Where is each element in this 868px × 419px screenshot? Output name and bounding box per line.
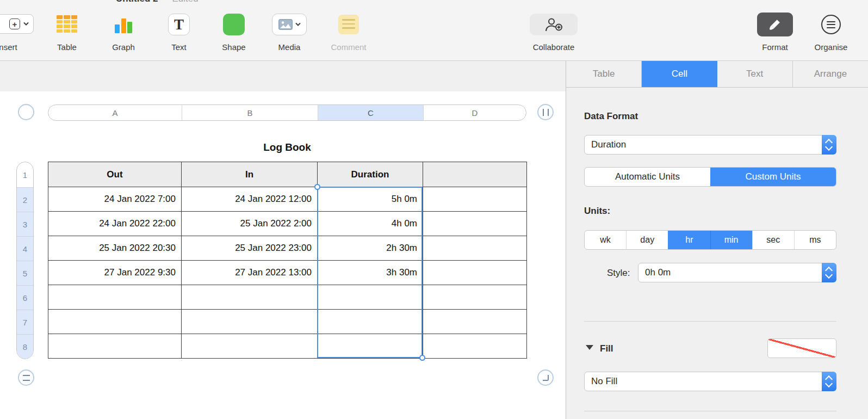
row-header-4[interactable]: 4 <box>17 236 33 261</box>
toolbar-item-shape[interactable]: Shape <box>218 0 250 61</box>
column-header-c[interactable]: C <box>318 105 423 120</box>
cell-a7[interactable] <box>48 310 182 334</box>
resize-table-handle[interactable] <box>537 369 554 386</box>
stepper-icon[interactable] <box>822 135 836 155</box>
divider <box>584 321 836 322</box>
collaborate-button[interactable] <box>530 14 578 35</box>
format-button[interactable] <box>757 13 793 36</box>
header-cell-empty[interactable] <box>423 162 527 187</box>
cell-d5[interactable] <box>423 261 527 285</box>
cell-a3[interactable]: 24 Jan 2022 22:00 <box>48 212 182 236</box>
toolbar-item-text[interactable]: T Text <box>165 0 193 61</box>
unit-day[interactable]: day <box>626 231 668 249</box>
row-header-6[interactable]: 6 <box>17 285 33 310</box>
cell-c4[interactable]: 2h 30m <box>318 236 423 261</box>
cell-a8[interactable] <box>48 334 182 359</box>
add-row-handle[interactable] <box>18 369 34 386</box>
divider <box>584 411 836 411</box>
table-title[interactable]: Log Book <box>48 141 526 153</box>
fill-select[interactable]: No Fill <box>584 372 836 391</box>
toolbar-item-insert[interactable]: + nsert <box>0 0 34 61</box>
insert-button[interactable]: + <box>0 14 34 34</box>
column-header-b[interactable]: B <box>182 105 318 120</box>
toolbar-item-graph[interactable]: Graph <box>108 0 139 61</box>
comment-label: Comment <box>327 42 370 52</box>
row-header-5[interactable]: 5 <box>17 261 33 285</box>
row-header-2[interactable]: 2 <box>17 187 33 212</box>
disclosure-triangle-icon[interactable] <box>586 345 593 350</box>
log-book-table: Out In Duration 24 Jan 2022 7:00 24 Jan … <box>48 162 527 359</box>
row-header-8[interactable]: 8 <box>17 334 33 359</box>
header-cell-duration[interactable]: Duration <box>318 162 423 187</box>
cell-d3[interactable] <box>423 212 527 236</box>
column-header-a[interactable]: A <box>48 105 182 120</box>
cell-c6[interactable] <box>318 285 423 310</box>
data-format-select[interactable]: Duration <box>584 135 836 155</box>
selection-handle-bottom[interactable] <box>419 355 425 361</box>
style-select[interactable]: 0h 0m <box>638 263 836 282</box>
cell-b8[interactable] <box>182 334 318 359</box>
media-button[interactable] <box>272 14 307 35</box>
data-format-heading: Data Format <box>584 111 638 122</box>
row-bars-icon <box>23 375 30 381</box>
table-row: 24 Jan 2022 22:00 25 Jan 2022 2:00 4h 0m <box>48 212 527 236</box>
unit-wk[interactable]: wk <box>585 231 626 249</box>
cell-b7[interactable] <box>182 310 318 334</box>
cell-d4[interactable] <box>423 236 527 261</box>
sheet-subbar <box>0 61 566 91</box>
automatic-units-option[interactable]: Automatic Units <box>585 168 710 186</box>
row-header-1[interactable]: 1 <box>17 162 33 187</box>
cell-b5[interactable]: 27 Jan 2022 13:00 <box>182 261 318 285</box>
table-select-handle[interactable] <box>18 104 34 120</box>
sheet-canvas[interactable]: A B C D 1 2 3 4 5 6 7 8 Log Book <box>0 61 566 419</box>
cell-d8[interactable] <box>423 334 527 359</box>
style-label: Style: <box>607 268 630 279</box>
cell-a6[interactable] <box>48 285 182 310</box>
stepper-icon[interactable] <box>822 263 836 282</box>
fill-color-well[interactable] <box>767 338 836 358</box>
cell-b6[interactable] <box>182 285 318 310</box>
toolbar-item-format[interactable]: Format <box>757 0 793 61</box>
cell-c2[interactable]: 5h 0m <box>318 187 423 212</box>
unit-ms[interactable]: ms <box>794 231 836 249</box>
cell-b2[interactable]: 24 Jan 2022 12:00 <box>182 187 318 212</box>
cell-c5[interactable]: 3h 30m <box>318 261 423 285</box>
cell-d7[interactable] <box>423 310 527 334</box>
tab-arrange[interactable]: Arrange <box>793 61 868 87</box>
chevron-down-icon <box>23 21 29 27</box>
person-add-icon <box>544 17 563 32</box>
row-header-7[interactable]: 7 <box>17 310 33 334</box>
toolbar-item-media[interactable]: Media <box>272 0 306 61</box>
stepper-icon[interactable] <box>822 372 836 391</box>
plus-icon: + <box>9 19 20 29</box>
selection-handle-top[interactable] <box>314 184 320 190</box>
cell-a2[interactable]: 24 Jan 2022 7:00 <box>48 187 182 212</box>
tab-table[interactable]: Table <box>566 61 642 87</box>
toolbar-item-comment[interactable]: Comment <box>327 0 370 61</box>
cell-b3[interactable]: 25 Jan 2022 2:00 <box>182 212 318 236</box>
unit-min[interactable]: min <box>710 231 752 249</box>
cell-d6[interactable] <box>423 285 527 310</box>
tab-cell[interactable]: Cell <box>642 61 717 87</box>
row-header-3[interactable]: 3 <box>17 212 33 236</box>
header-cell-out[interactable]: Out <box>48 162 182 187</box>
unit-sec[interactable]: sec <box>752 231 794 249</box>
tab-text[interactable]: Text <box>717 61 793 87</box>
custom-units-option[interactable]: Custom Units <box>710 168 836 186</box>
column-header-bar: A B C D <box>48 104 526 121</box>
table-row: 25 Jan 2022 20:30 25 Jan 2022 23:00 2h 3… <box>48 236 527 261</box>
toolbar-item-organise[interactable]: Organise <box>810 0 852 61</box>
cell-c8[interactable] <box>318 334 423 359</box>
add-column-handle[interactable] <box>537 104 554 120</box>
cell-c3[interactable]: 4h 0m <box>318 212 423 236</box>
header-cell-in[interactable]: In <box>182 162 318 187</box>
cell-d2[interactable] <box>423 187 527 212</box>
toolbar-item-table[interactable]: Table <box>52 0 82 61</box>
unit-hr[interactable]: hr <box>668 231 710 249</box>
column-header-d[interactable]: D <box>423 105 526 120</box>
cell-a4[interactable]: 25 Jan 2022 20:30 <box>48 236 182 261</box>
cell-a5[interactable]: 27 Jan 2022 9:30 <box>48 261 182 285</box>
toolbar-item-collaborate[interactable]: Collaborate <box>526 0 581 61</box>
cell-b4[interactable]: 25 Jan 2022 23:00 <box>182 236 318 261</box>
cell-c7[interactable] <box>318 310 423 334</box>
